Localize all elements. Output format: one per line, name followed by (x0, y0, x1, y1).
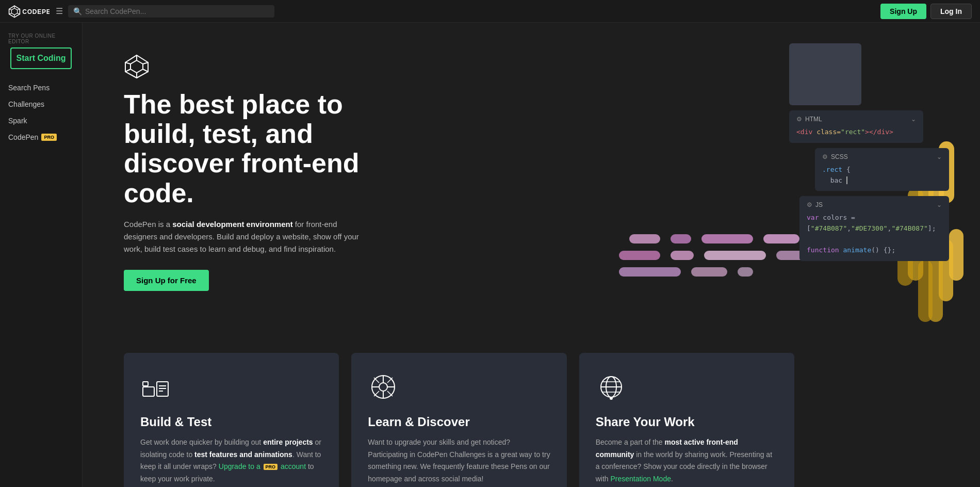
hero-content: The best place to build, test, and disco… (124, 54, 392, 291)
feature-share-work: Share Your Work Become a part of the mos… (579, 353, 794, 487)
pro-badge: PRO (41, 134, 57, 141)
hero-section: The best place to build, test, and disco… (83, 23, 980, 322)
presentation-mode-link[interactable]: Presentation Mode (610, 475, 671, 483)
html-panel-label: HTML (805, 116, 822, 123)
search-input[interactable] (85, 7, 269, 15)
build-test-icon (140, 371, 322, 404)
hero-description: CodePen is a social development environm… (124, 218, 371, 255)
account-link[interactable]: account (281, 462, 306, 470)
menu-icon[interactable]: ☰ (56, 6, 63, 16)
js-gear-icon: ⚙ (807, 201, 812, 208)
sidebar-item-search-pens[interactable]: Search Pens (0, 79, 82, 96)
svg-rect-28 (691, 267, 727, 277)
learn-discover-desc: Want to upgrade your skills and get noti… (368, 436, 550, 485)
upgrade-link[interactable]: Upgrade to a (219, 462, 260, 470)
login-button[interactable]: Log In (930, 4, 972, 19)
learn-discover-title: Learn & Discover (368, 415, 550, 429)
share-work-desc: Become a part of the most active front-e… (596, 436, 778, 485)
html-code: <div class="rect"></div> (796, 127, 916, 138)
svg-rect-17 (629, 234, 660, 244)
codepen-label: CodePen (8, 133, 38, 141)
build-test-desc: Get work done quicker by building out en… (140, 436, 322, 485)
navbar: CODEPEN ☰ 🔍 Sign Up Log In (0, 0, 980, 23)
js-code-2: ["#74B087","#DE7300","#74B087"]; (807, 223, 942, 234)
signup-button[interactable]: Sign Up (880, 4, 926, 19)
start-coding-button[interactable]: Start Coding (10, 47, 72, 69)
share-work-title: Share Your Work (596, 415, 778, 429)
html-chevron-icon[interactable]: ⌄ (911, 116, 916, 123)
scss-chevron-icon[interactable]: ⌄ (937, 153, 942, 160)
search-bar[interactable]: 🔍 (68, 5, 274, 18)
feature-learn-discover: Learn & Discover Want to upgrade your sk… (351, 353, 566, 487)
sidebar: TRY OUR ONLINE EDITOR Start Coding Searc… (0, 23, 83, 487)
logo[interactable]: CODEPEN (8, 4, 50, 19)
html-gear-icon: ⚙ (796, 116, 802, 123)
js-code-4: function animate() {}; (807, 245, 942, 256)
svg-rect-29 (738, 267, 753, 277)
js-panel-label: JS (815, 201, 823, 208)
scss-code-2: bac (822, 175, 942, 186)
svg-point-46 (379, 383, 387, 391)
hero-cta-button[interactable]: Sign Up for Free (124, 270, 209, 291)
feature-build-test: Build & Test Get work done quicker by bu… (124, 353, 339, 487)
svg-rect-38 (918, 260, 933, 322)
svg-line-15 (125, 69, 130, 72)
scss-code-1: .rect { (822, 165, 942, 175)
sidebar-try-label: TRY OUR ONLINE EDITOR (8, 33, 74, 44)
js-code-1: var colors = (807, 213, 942, 223)
svg-rect-19 (701, 234, 753, 244)
features-grid: Build & Test Get work done quicker by bu… (124, 353, 794, 487)
svg-marker-10 (130, 60, 143, 73)
build-test-title: Build & Test (140, 415, 322, 429)
learn-discover-icon (368, 371, 550, 404)
hero-icon (124, 54, 392, 82)
sidebar-item-codepen-pro[interactable]: CodePen PRO (0, 129, 82, 145)
svg-line-16 (125, 62, 130, 64)
hero-title: The best place to build, test, and disco… (124, 90, 392, 208)
scss-panel-label: SCSS (831, 153, 848, 160)
js-chevron-icon[interactable]: ⌄ (937, 201, 942, 208)
svg-rect-24 (704, 251, 766, 260)
navbar-right: Sign Up Log In (880, 4, 972, 19)
svg-rect-27 (619, 267, 681, 277)
svg-text:CODEPEN: CODEPEN (22, 8, 50, 15)
share-work-icon (596, 371, 778, 404)
svg-rect-23 (671, 251, 694, 260)
svg-rect-18 (671, 234, 691, 244)
main-content: The best place to build, test, and disco… (83, 23, 980, 487)
features-section: Build & Test Get work done quicker by bu… (83, 322, 980, 487)
js-code-3 (807, 234, 942, 245)
html-panel: ⚙ HTML ⌄ <div class="rect"></div> (789, 110, 923, 143)
scss-panel: ⚙ SCSS ⌄ .rect { bac (815, 148, 949, 191)
svg-rect-39 (143, 387, 154, 396)
svg-line-13 (143, 69, 148, 72)
sidebar-item-spark[interactable]: Spark (0, 112, 82, 129)
sidebar-item-challenges[interactable]: Challenges (0, 96, 82, 112)
svg-line-12 (143, 62, 148, 64)
editor-mockup: ⚙ HTML ⌄ <div class="rect"></div> ⚙ SCSS (789, 43, 949, 261)
svg-point-60 (610, 397, 613, 400)
editor-preview-pane (789, 43, 861, 105)
search-icon: 🔍 (73, 7, 82, 15)
svg-rect-40 (143, 382, 148, 386)
svg-marker-1 (11, 8, 17, 15)
scss-gear-icon: ⚙ (822, 153, 828, 160)
svg-rect-22 (619, 251, 660, 260)
js-panel: ⚙ JS ⌄ var colors = ["#74B087","#DE7300"… (799, 196, 949, 261)
